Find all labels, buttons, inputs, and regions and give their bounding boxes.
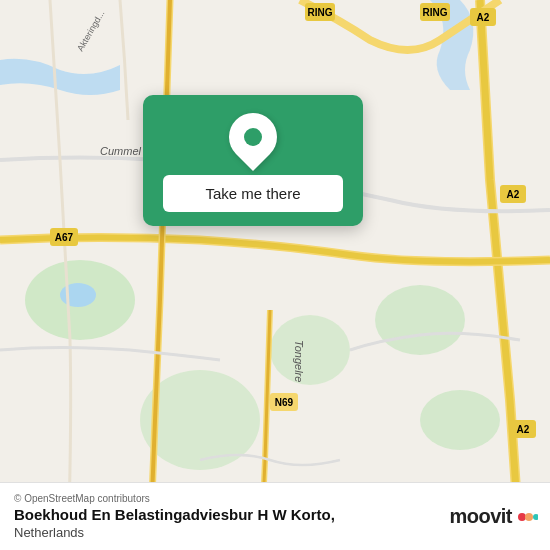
svg-text:A2: A2 <box>517 424 530 435</box>
svg-text:Tongelre: Tongelre <box>293 340 305 382</box>
svg-text:A2: A2 <box>507 189 520 200</box>
moovit-icon <box>516 506 538 528</box>
map-container: A2 A2 A2 A67 N2 N69 N69 RING RING Cummel… <box>0 0 550 550</box>
popup-card: Take me there <box>143 95 363 226</box>
location-pin <box>219 103 287 171</box>
svg-point-2 <box>375 285 465 355</box>
svg-text:RING: RING <box>423 7 448 18</box>
svg-point-3 <box>420 390 500 450</box>
copyright-text: © OpenStreetMap contributors <box>14 493 536 504</box>
svg-text:RING: RING <box>308 7 333 18</box>
svg-point-28 <box>518 513 526 521</box>
svg-text:A2: A2 <box>477 12 490 23</box>
svg-point-30 <box>533 514 538 520</box>
take-me-there-button[interactable]: Take me there <box>163 175 343 212</box>
moovit-logo: moovit <box>449 505 538 528</box>
moovit-text: moovit <box>449 505 512 528</box>
svg-point-5 <box>270 315 350 385</box>
svg-text:A67: A67 <box>55 232 74 243</box>
svg-point-6 <box>60 283 96 307</box>
svg-text:Cummel: Cummel <box>100 145 142 157</box>
map-svg: A2 A2 A2 A67 N2 N69 N69 RING RING Cummel… <box>0 0 550 550</box>
svg-text:N69: N69 <box>275 397 294 408</box>
svg-point-29 <box>525 513 533 521</box>
